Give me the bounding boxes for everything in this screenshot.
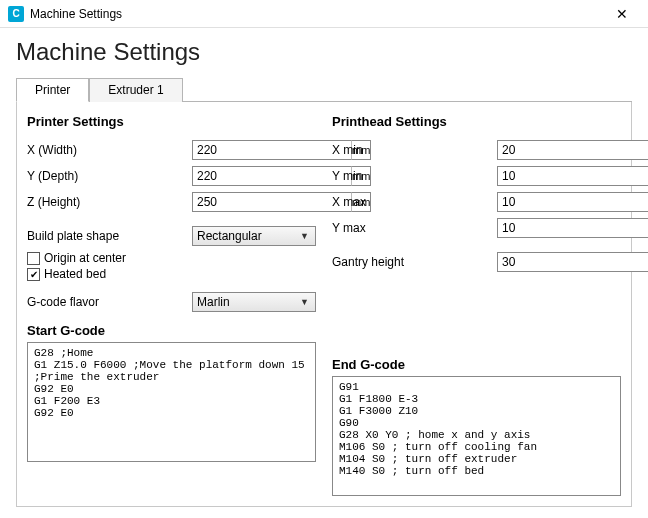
label-x-width: X (Width) — [27, 143, 192, 157]
select-build-plate-shape[interactable]: Rectangular ▼ — [192, 226, 316, 246]
row-z-height: Z (Height) mm — [27, 191, 316, 213]
tab-extruder-1[interactable]: Extruder 1 — [89, 78, 182, 102]
chevron-down-icon: ▼ — [300, 231, 309, 241]
label-y-min: Y min — [332, 169, 497, 183]
input-gantry-height[interactable] — [497, 252, 648, 272]
input-x-min[interactable] — [497, 140, 648, 160]
app-icon: C — [8, 6, 24, 22]
content-area: Machine Settings Printer Extruder 1 Prin… — [0, 28, 648, 511]
tab-printer[interactable]: Printer — [16, 78, 89, 102]
label-x-max: X max — [332, 195, 497, 209]
footer: Close — [0, 511, 648, 518]
end-gcode-textarea[interactable]: G91 G1 F1800 E-3 G1 F3000 Z10 G90 G28 X0… — [332, 376, 621, 496]
label-gantry-height: Gantry height — [332, 255, 497, 269]
end-gcode-title: End G-code — [332, 357, 621, 372]
label-z-height: Z (Height) — [27, 195, 192, 209]
label-gcode-flavor: G-code flavor — [27, 295, 192, 309]
label-heated-bed: Heated bed — [44, 267, 106, 281]
input-z-height[interactable] — [192, 192, 351, 212]
printer-settings-title: Printer Settings — [27, 114, 316, 129]
row-y-depth: Y (Depth) mm — [27, 165, 316, 187]
label-x-min: X min — [332, 143, 497, 157]
start-gcode-textarea[interactable]: G28 ;Home G1 Z15.0 F6000 ;Move the platf… — [27, 342, 316, 462]
row-y-min: Y min mm — [332, 165, 621, 187]
printer-settings-column: Printer Settings X (Width) mm Y (Depth) … — [27, 110, 316, 496]
select-gcode-flavor-value: Marlin — [197, 295, 230, 309]
select-gcode-flavor[interactable]: Marlin ▼ — [192, 292, 316, 312]
printhead-settings-title: Printhead Settings — [332, 114, 621, 129]
row-build-plate-shape: Build plate shape Rectangular ▼ — [27, 225, 316, 247]
row-heated-bed: ✔ Heated bed — [27, 267, 316, 281]
input-x-width[interactable] — [192, 140, 351, 160]
row-origin-at-center: Origin at center — [27, 251, 316, 265]
input-y-max[interactable] — [497, 218, 648, 238]
titlebar: C Machine Settings ✕ — [0, 0, 648, 28]
row-x-min: X min mm — [332, 139, 621, 161]
label-origin-at-center: Origin at center — [44, 251, 126, 265]
input-x-max[interactable] — [497, 192, 648, 212]
chevron-down-icon: ▼ — [300, 297, 309, 307]
label-y-depth: Y (Depth) — [27, 169, 192, 183]
input-y-depth[interactable] — [192, 166, 351, 186]
checkbox-origin-at-center[interactable] — [27, 252, 40, 265]
input-y-min[interactable] — [497, 166, 648, 186]
printhead-settings-column: Printhead Settings X min mm Y min mm X m… — [332, 110, 621, 496]
label-y-max: Y max — [332, 221, 497, 235]
label-build-plate-shape: Build plate shape — [27, 229, 192, 243]
row-x-max: X max mm — [332, 191, 621, 213]
settings-panel: Printer Settings X (Width) mm Y (Depth) … — [16, 102, 632, 507]
start-gcode-title: Start G-code — [27, 323, 316, 338]
tab-bar: Printer Extruder 1 — [16, 78, 632, 102]
checkbox-heated-bed[interactable]: ✔ — [27, 268, 40, 281]
row-x-width: X (Width) mm — [27, 139, 316, 161]
row-y-max: Y max mm — [332, 217, 621, 239]
window-title: Machine Settings — [30, 7, 602, 21]
row-gantry-height: Gantry height mm — [332, 251, 621, 273]
page-title: Machine Settings — [16, 38, 632, 66]
close-icon[interactable]: ✕ — [602, 0, 642, 28]
select-build-plate-shape-value: Rectangular — [197, 229, 262, 243]
row-gcode-flavor: G-code flavor Marlin ▼ — [27, 291, 316, 313]
